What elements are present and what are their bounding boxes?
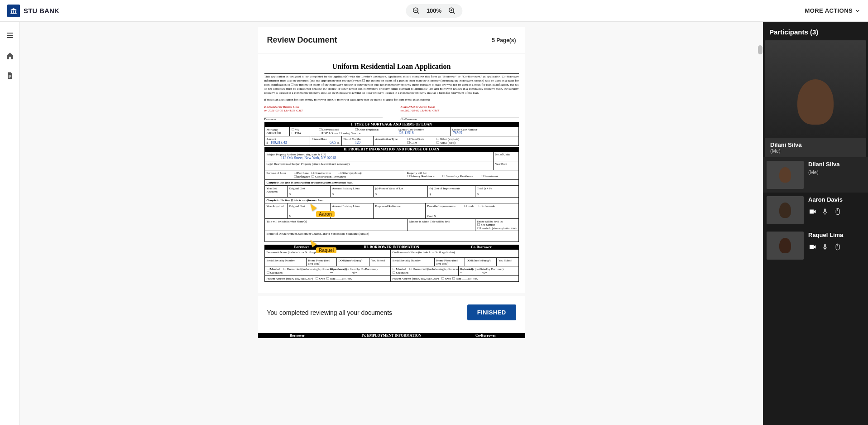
participant-item-aaron: Aaron Davis bbox=[763, 193, 868, 228]
zoom-in-icon[interactable] bbox=[448, 7, 456, 15]
side-nav bbox=[0, 22, 20, 425]
months-value: 120 bbox=[344, 140, 371, 145]
months-label: No. of Months bbox=[344, 137, 371, 140]
camera-icon[interactable] bbox=[808, 243, 816, 251]
mic-icon[interactable] bbox=[821, 208, 829, 216]
participant-thumb[interactable] bbox=[767, 196, 804, 224]
review-footer: You completed reviewing all your documen… bbox=[258, 296, 525, 328]
main-video[interactable] bbox=[765, 40, 866, 138]
agency-case-label: Agency Case Number bbox=[398, 128, 448, 131]
svg-line-5 bbox=[417, 12, 419, 14]
svg-rect-1 bbox=[13, 10, 14, 13]
amount-value: 189,313.43 bbox=[270, 140, 287, 145]
borrower-sig-label: Borrower bbox=[264, 117, 383, 121]
document-page: Uniform Residential Loan Application Thi… bbox=[258, 53, 525, 293]
construction-line: Complete this line if construction or co… bbox=[265, 180, 518, 186]
document-title: Review Document bbox=[267, 35, 337, 45]
home-icon[interactable] bbox=[6, 52, 14, 60]
document-icon[interactable] bbox=[6, 72, 14, 80]
participant-item-raquel: Raquel Lima bbox=[763, 228, 868, 263]
chevron-down-icon bbox=[854, 8, 861, 14]
brand-logo-icon bbox=[7, 5, 20, 17]
legal-desc-label: Legal Description of Subject Property (a… bbox=[267, 162, 491, 165]
form-title: Uniform Residential Loan Application bbox=[264, 63, 519, 71]
camera-icon[interactable] bbox=[808, 208, 816, 216]
svg-rect-16 bbox=[9, 77, 10, 77]
top-bar: STU BANK 100% MORE ACTIONS bbox=[0, 0, 868, 22]
section-4-borrower: Borrower bbox=[258, 333, 337, 338]
section-2-header: II. PROPERTY INFORMATION AND PURPOSE OF … bbox=[264, 147, 519, 152]
brand-name: STU BANK bbox=[24, 7, 59, 14]
joint-text: If this is an application for joint cred… bbox=[264, 98, 519, 101]
mouse-icon[interactable] bbox=[834, 208, 842, 216]
mic-icon[interactable] bbox=[821, 243, 829, 251]
svg-line-8 bbox=[453, 12, 455, 14]
purpose-label: Purpose of Loan bbox=[267, 171, 290, 174]
brand: STU BANK bbox=[7, 5, 59, 17]
section-2: Subject Property Address (street, city, … bbox=[264, 152, 519, 242]
svg-rect-15 bbox=[9, 76, 11, 77]
zoom-out-icon[interactable] bbox=[412, 7, 420, 15]
amount-label: Amount bbox=[267, 137, 308, 140]
document-area[interactable]: Review Document 5 Page(s) Uniform Reside… bbox=[20, 22, 763, 425]
participant-thumb[interactable] bbox=[767, 232, 804, 260]
agency-case-value: GS-12518 bbox=[398, 131, 448, 135]
section-1-header: I. TYPE OF MORTGAGE AND TERMS OF LOAN bbox=[264, 122, 519, 127]
section-4-header: IV. EMPLOYMENT INFORMATION bbox=[336, 333, 446, 338]
section-1: Mortgage Applied for: ☐ VA☐ FHA ☐ Conven… bbox=[264, 127, 519, 146]
svg-rect-2 bbox=[15, 10, 16, 13]
amort-label: Amortization Type: bbox=[375, 137, 403, 140]
main-row: Review Document 5 Page(s) Uniform Reside… bbox=[0, 22, 868, 425]
svg-rect-3 bbox=[10, 13, 17, 14]
document-header: Review Document 5 Page(s) bbox=[258, 27, 525, 53]
participant-me: (Me) bbox=[808, 169, 864, 175]
main-video-me: (Me) bbox=[770, 148, 861, 154]
refinance-line: Complete this line if this is a refinanc… bbox=[265, 198, 518, 203]
page-count: 5 Page(s) bbox=[492, 37, 516, 43]
svg-rect-24 bbox=[825, 244, 826, 247]
lender-case-label: Lender Case Number bbox=[452, 128, 517, 131]
rate-label: Interest Rate bbox=[312, 137, 340, 140]
document-card: Review Document 5 Page(s) Uniform Reside… bbox=[258, 27, 525, 338]
lender-case-value: 76595 bbox=[452, 131, 517, 135]
units-label: No. of Units bbox=[495, 153, 517, 156]
section-4-coborrower: Co-Borrower bbox=[446, 333, 525, 338]
coborrower-signature: E-SIGNED by Aaron Davis bbox=[401, 105, 519, 109]
property-address-value: 113 Oak Street, New York, NY 02918 bbox=[280, 156, 491, 160]
mortgage-label: Mortgage Applied for: bbox=[267, 128, 288, 134]
section-3: Borrower's Name (include Jr. or Sr. if a… bbox=[264, 250, 519, 282]
participants-header: Participants (3) bbox=[763, 22, 868, 40]
participants-panel: Participants (3) Dilani Silva (Me) Dilan… bbox=[763, 22, 868, 425]
scrollbar-thumb[interactable] bbox=[758, 45, 762, 54]
participant-thumb[interactable] bbox=[767, 161, 804, 189]
main-video-name: Dilani Silva bbox=[770, 141, 861, 148]
coborrower-sig-label: Co-Borrower bbox=[401, 117, 519, 121]
coborrower-signature-date: on 2021-05-02 13:44:41 GMT bbox=[401, 109, 519, 112]
signature-row: E-SIGNED by Raquel Lima on 2021-05-02 13… bbox=[264, 105, 519, 121]
participant-name: Dilani Silva bbox=[808, 161, 864, 168]
zoom-level: 100% bbox=[427, 7, 441, 14]
menu-icon[interactable] bbox=[5, 31, 14, 40]
property-will-label: Property will be: bbox=[407, 171, 517, 174]
main-video-bar: Dilani Silva (Me) bbox=[765, 138, 866, 157]
borrower-signature-date: on 2021-05-02 13:41:53 GMT bbox=[264, 109, 383, 112]
property-address-label: Subject Property Address (street, city, … bbox=[267, 153, 491, 156]
rate-value: 6.65 bbox=[329, 140, 336, 145]
footer-message: You completed reviewing all your documen… bbox=[267, 309, 393, 316]
section-3-borrower: Borrower bbox=[264, 245, 339, 250]
section-3-header: III. BORROWER INFORMATION bbox=[339, 245, 444, 250]
participant-name: Raquel Lima bbox=[808, 232, 864, 238]
zoom-control: 100% bbox=[406, 4, 462, 18]
year-built-label: Year Built bbox=[495, 162, 517, 165]
svg-rect-21 bbox=[825, 208, 826, 212]
svg-rect-14 bbox=[9, 75, 11, 76]
mouse-icon[interactable] bbox=[834, 243, 842, 251]
finished-button[interactable]: FINISHED bbox=[467, 304, 516, 320]
participant-item-me: Dilani Silva (Me) bbox=[763, 157, 868, 193]
more-actions-button[interactable]: MORE ACTIONS bbox=[805, 7, 861, 14]
intro-text: This application is designed to be compl… bbox=[264, 75, 519, 95]
section-3-coborrower: Co-Borrower bbox=[444, 245, 518, 250]
svg-rect-0 bbox=[11, 10, 12, 13]
borrower-signature: E-SIGNED by Raquel Lima bbox=[264, 105, 383, 109]
participant-name: Aaron Davis bbox=[808, 196, 864, 203]
